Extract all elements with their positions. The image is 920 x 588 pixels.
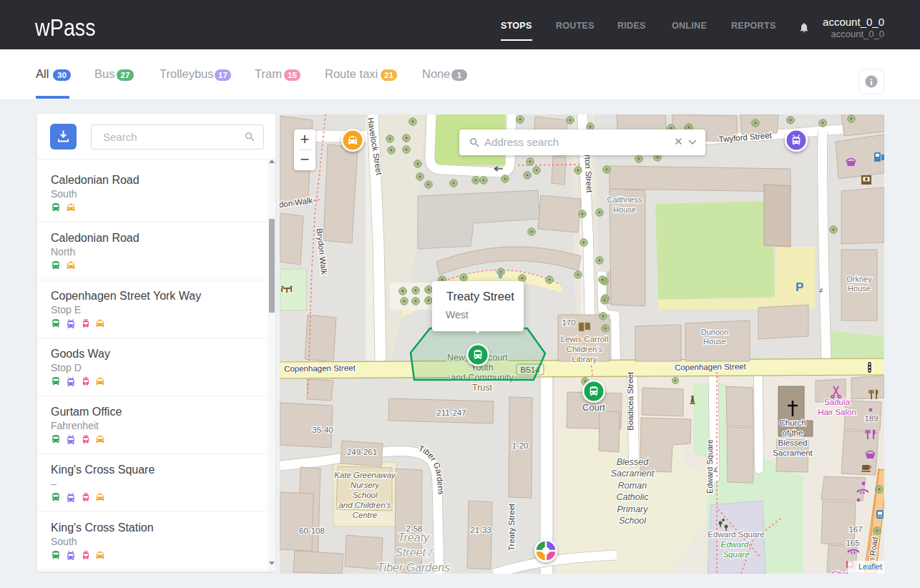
svg-text:Kate Greenaway: Kate Greenaway (334, 471, 396, 479)
svg-text:Square: Square (723, 550, 749, 559)
svg-text:Caithness: Caithness (607, 195, 642, 204)
svg-text:≠: ≠ (714, 466, 718, 474)
svg-text:Copenhagen Street: Copenhagen Street (284, 363, 356, 373)
svg-text:21-33: 21-33 (470, 526, 491, 534)
svg-text:Dunoon: Dunoon (701, 328, 729, 336)
svg-text:189: 189 (864, 414, 878, 423)
svg-text:Primary: Primary (617, 504, 648, 514)
svg-text:Library: Library (572, 355, 597, 363)
svg-text:≠: ≠ (820, 287, 823, 294)
svg-text:Street /: Street / (395, 547, 433, 559)
svg-text:Treaty Street: Treaty Street (507, 503, 516, 551)
svg-text:and Children's: and Children's (338, 501, 391, 509)
svg-text:Sacrament: Sacrament (611, 469, 655, 479)
svg-text:170: 170 (562, 318, 575, 327)
svg-text:Boadicea Street: Boadicea Street (626, 371, 635, 431)
svg-text:60-108: 60-108 (299, 526, 325, 535)
svg-text:House: House (613, 205, 636, 214)
svg-text:House: House (703, 337, 726, 346)
svg-text:Edward: Edward (721, 540, 750, 549)
svg-text:Nursery: Nursery (351, 481, 381, 489)
svg-text:249-261: 249-261 (347, 448, 377, 456)
svg-text:School: School (619, 516, 647, 526)
svg-text:Sadula: Sadula (824, 398, 850, 406)
svg-text:Orkney: Orkney (846, 275, 872, 283)
svg-text:Treaty: Treaty (398, 531, 430, 544)
svg-text:Copenhagen Street: Copenhagen Street (675, 362, 747, 371)
svg-text:P: P (796, 280, 803, 294)
svg-text:Edward Square: Edward Square (708, 530, 764, 539)
svg-text:Court: Court (582, 402, 605, 413)
svg-text:House: House (848, 284, 871, 293)
svg-text:167: 167 (848, 525, 862, 534)
svg-text:Roman: Roman (618, 481, 647, 491)
svg-text:Sacrament: Sacrament (773, 449, 813, 457)
svg-text:Lewis Carroll: Lewis Carroll (561, 335, 608, 343)
svg-text:of the: of the (783, 428, 803, 437)
svg-text:Edward Square: Edward Square (705, 439, 714, 494)
svg-text:Blessed: Blessed (778, 438, 808, 447)
svg-text:School: School (352, 491, 378, 499)
svg-text:165: 165 (846, 539, 859, 547)
svg-text:Catholic: Catholic (616, 492, 649, 502)
svg-text:Tiber Gardens: Tiber Gardens (377, 562, 450, 574)
svg-text:Trust: Trust (472, 383, 493, 393)
svg-text:Hair Salon: Hair Salon (818, 408, 856, 416)
svg-text:211-247: 211-247 (436, 408, 466, 417)
svg-text:Blessed: Blessed (617, 457, 650, 467)
svg-text:Church: Church (779, 418, 806, 427)
svg-text:35-40: 35-40 (312, 426, 333, 434)
svg-text:1-20: 1-20 (512, 441, 528, 450)
svg-text:Centre: Centre (353, 511, 378, 519)
svg-text:Children's: Children's (567, 345, 603, 353)
